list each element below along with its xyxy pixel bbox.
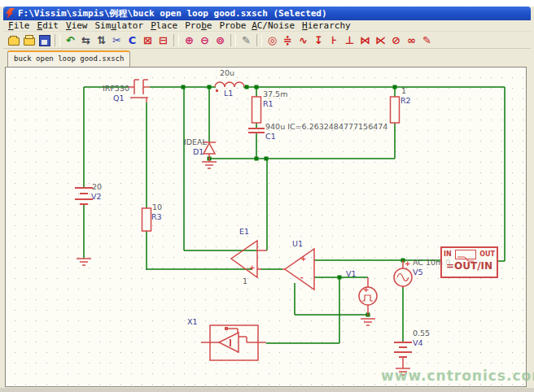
menu-place[interactable]: Place xyxy=(151,20,177,31)
transfer-curve-icon xyxy=(455,250,476,259)
zoom-fit-icon[interactable]: ⊚ xyxy=(213,33,227,47)
menu-hierarchy[interactable]: Hierarchy xyxy=(302,20,351,31)
toolbar-separator xyxy=(173,34,179,46)
menu-edit[interactable]: Edit xyxy=(37,20,59,31)
app-window: { "window": { "title": "F:\\Vissim\\simp… xyxy=(0,0,534,392)
title-bar[interactable]: F:\Vissim\simpis\例程\buck open loop good.… xyxy=(3,7,531,20)
toolbar-separator xyxy=(55,34,60,46)
menu-view[interactable]: View xyxy=(66,20,88,31)
undo-icon[interactable]: ↶ xyxy=(63,33,77,47)
app-icon xyxy=(6,8,15,19)
window-bottom-edge xyxy=(0,388,534,392)
place-pnp-icon[interactable]: ⊥ xyxy=(343,33,357,47)
schematic-tab[interactable]: buck open loop good.sxsch xyxy=(7,50,130,68)
annotate-pencil-icon[interactable]: ✎ xyxy=(239,33,253,47)
open-schematic-icon[interactable] xyxy=(7,33,20,47)
place-zener-icon[interactable]: ⋉ xyxy=(374,33,387,47)
desktop-margin xyxy=(0,0,534,7)
window-title: F:\Vissim\simpis\例程\buck open loop good.… xyxy=(18,7,327,20)
place-isource-icon[interactable]: ∞ xyxy=(405,33,418,47)
place-capacitor-icon[interactable]: ≑ xyxy=(281,33,295,47)
place-probe-icon[interactable]: ◎ xyxy=(265,33,279,47)
place-vsource-icon[interactable]: ⊘ xyxy=(389,33,403,47)
place-part-icon[interactable]: ⊠ xyxy=(141,33,155,47)
menu-probe[interactable]: Probe xyxy=(185,20,212,31)
toolbar-separator xyxy=(230,34,236,46)
menu-bar: FileEditViewSimulatorPlaceProbeProbe AC/… xyxy=(3,20,531,32)
flip-horizontal-icon[interactable]: ⇆ xyxy=(79,33,93,47)
cut-icon[interactable]: ✂ xyxy=(110,33,124,47)
place-inductor-icon[interactable]: ∿ xyxy=(296,33,310,47)
place-npn-icon[interactable]: ⊦ xyxy=(327,33,341,47)
zoom-in-icon[interactable]: ⊕ xyxy=(182,33,196,47)
probe-out-label: OUT xyxy=(479,250,495,258)
place-diode-icon[interactable]: ⋈ xyxy=(358,33,372,47)
menu-probe-ac-noise[interactable]: Probe AC/Noise xyxy=(219,20,295,31)
menu-file[interactable]: File xyxy=(8,20,30,31)
zoom-out-icon[interactable]: ⊖ xyxy=(198,33,212,47)
watermark: www.cntronics.com xyxy=(381,368,534,384)
tab-bar: buck open loop good.sxsch xyxy=(3,49,531,67)
schematic-canvas[interactable] xyxy=(5,67,527,387)
bode-probe[interactable]: IN OUT =OUT/IN xyxy=(440,246,498,278)
menu-simulator[interactable]: Simulator xyxy=(95,20,144,31)
wire-mode-icon[interactable]: ⊟ xyxy=(156,33,170,47)
save-icon[interactable] xyxy=(37,33,51,47)
toolbar-separator xyxy=(256,34,262,46)
probe-expression: =OUT/IN xyxy=(442,260,497,272)
probe-pencil-icon[interactable]: ✎ xyxy=(420,33,434,47)
flip-vertical-icon[interactable]: ⇅ xyxy=(94,33,108,47)
rotate-icon[interactable]: C xyxy=(125,33,139,47)
place-ground-icon[interactable]: ↧ xyxy=(312,33,326,47)
toolbar: ↶⇆⇅✂C⊠⊟⊕⊖⊚✎◎≑∿↧⊦⊥⋈⋉⊘∞✎ xyxy=(3,32,531,49)
new-schematic-icon[interactable] xyxy=(22,33,36,47)
probe-in-label: IN xyxy=(444,250,452,258)
